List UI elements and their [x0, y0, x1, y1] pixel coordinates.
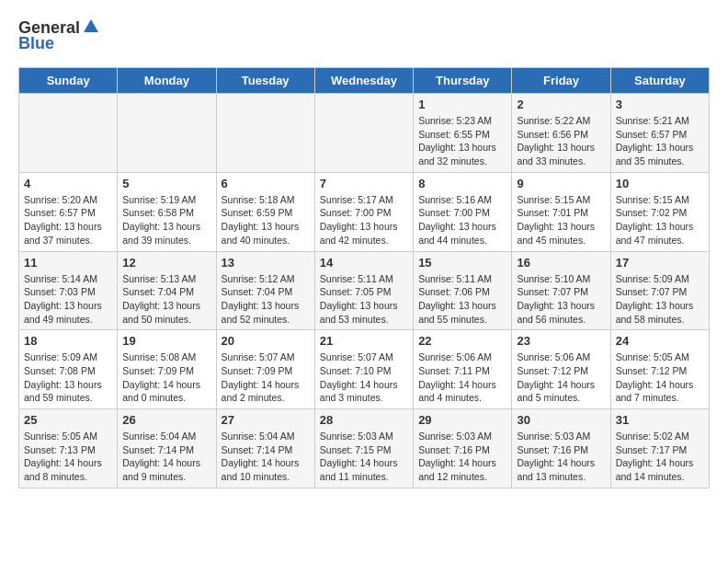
calendar-cell: 10Sunrise: 5:15 AMSunset: 7:02 PMDayligh…: [610, 172, 709, 251]
svg-marker-0: [84, 19, 98, 32]
day-info: Sunrise: 5:05 AMSunset: 7:13 PMDaylight:…: [24, 430, 112, 484]
day-number: 18: [24, 334, 112, 348]
calendar-cell: 2Sunrise: 5:22 AMSunset: 6:56 PMDaylight…: [512, 94, 610, 173]
day-number: 25: [24, 413, 112, 427]
day-number: 17: [616, 256, 704, 270]
calendar-cell: 9Sunrise: 5:15 AMSunset: 7:01 PMDaylight…: [512, 172, 610, 251]
day-info: Sunrise: 5:13 AMSunset: 7:04 PMDaylight:…: [122, 272, 210, 327]
day-number: 29: [418, 413, 506, 427]
calendar-cell: 11Sunrise: 5:14 AMSunset: 7:03 PMDayligh…: [19, 251, 118, 330]
day-number: 5: [122, 177, 210, 190]
day-info: Sunrise: 5:04 AMSunset: 7:14 PMDaylight:…: [122, 430, 210, 484]
day-info: Sunrise: 5:17 AMSunset: 7:00 PMDaylight:…: [320, 193, 408, 247]
day-info: Sunrise: 5:07 AMSunset: 7:10 PMDaylight:…: [320, 350, 408, 405]
day-number: 22: [418, 334, 506, 348]
day-number: 16: [517, 256, 605, 270]
day-number: 19: [122, 334, 210, 348]
calendar-table: SundayMondayTuesdayWednesdayThursdayFrid…: [18, 67, 710, 488]
day-info: Sunrise: 5:11 AMSunset: 7:05 PMDaylight:…: [320, 272, 408, 327]
weekday-friday: Friday: [512, 68, 610, 94]
day-info: Sunrise: 5:11 AMSunset: 7:06 PMDaylight:…: [418, 272, 506, 327]
day-number: 26: [122, 413, 210, 427]
day-number: 15: [418, 256, 506, 270]
weekday-thursday: Thursday: [414, 68, 512, 94]
day-info: Sunrise: 5:18 AMSunset: 6:59 PMDaylight:…: [222, 193, 310, 247]
calendar-cell: 27Sunrise: 5:04 AMSunset: 7:14 PMDayligh…: [216, 409, 314, 488]
calendar-cell: 28Sunrise: 5:03 AMSunset: 7:15 PMDayligh…: [314, 409, 413, 488]
day-info: Sunrise: 5:03 AMSunset: 7:16 PMDaylight:…: [517, 430, 605, 484]
day-number: 20: [222, 334, 310, 348]
day-info: Sunrise: 5:03 AMSunset: 7:15 PMDaylight:…: [320, 430, 408, 484]
calendar-cell: [314, 94, 413, 173]
day-number: 3: [616, 98, 704, 111]
calendar-cell: 23Sunrise: 5:06 AMSunset: 7:12 PMDayligh…: [512, 330, 610, 409]
day-number: 21: [320, 334, 408, 348]
day-number: 1: [418, 98, 506, 111]
day-number: 9: [517, 177, 605, 190]
logo: General Blue: [18, 18, 100, 53]
day-info: Sunrise: 5:14 AMSunset: 7:03 PMDaylight:…: [24, 272, 112, 327]
day-info: Sunrise: 5:08 AMSunset: 7:09 PMDaylight:…: [122, 350, 210, 405]
calendar-cell: 22Sunrise: 5:06 AMSunset: 7:11 PMDayligh…: [414, 330, 512, 409]
calendar-cell: 5Sunrise: 5:19 AMSunset: 6:58 PMDaylight…: [118, 172, 216, 251]
calendar-cell: 21Sunrise: 5:07 AMSunset: 7:10 PMDayligh…: [314, 330, 413, 409]
day-number: 4: [24, 177, 112, 190]
day-info: Sunrise: 5:15 AMSunset: 7:01 PMDaylight:…: [517, 193, 605, 247]
day-info: Sunrise: 5:15 AMSunset: 7:02 PMDaylight:…: [616, 193, 704, 247]
day-number: 28: [320, 413, 408, 427]
calendar-cell: 3Sunrise: 5:21 AMSunset: 6:57 PMDaylight…: [610, 94, 709, 173]
day-number: 13: [222, 256, 310, 270]
day-info: Sunrise: 5:02 AMSunset: 7:17 PMDaylight:…: [616, 430, 704, 484]
calendar-cell: [216, 94, 314, 173]
day-number: 24: [616, 334, 704, 348]
calendar-cell: 20Sunrise: 5:07 AMSunset: 7:09 PMDayligh…: [216, 330, 314, 409]
day-number: 6: [222, 177, 310, 190]
calendar-cell: 30Sunrise: 5:03 AMSunset: 7:16 PMDayligh…: [512, 409, 610, 488]
day-number: 27: [222, 413, 310, 427]
calendar-cell: 16Sunrise: 5:10 AMSunset: 7:07 PMDayligh…: [512, 251, 610, 330]
logo-blue: Blue: [18, 34, 54, 53]
day-info: Sunrise: 5:20 AMSunset: 6:57 PMDaylight:…: [24, 193, 112, 247]
calendar-cell: 1Sunrise: 5:23 AMSunset: 6:55 PMDaylight…: [414, 94, 512, 173]
calendar-cell: 6Sunrise: 5:18 AMSunset: 6:59 PMDaylight…: [216, 172, 314, 251]
calendar-header: SundayMondayTuesdayWednesdayThursdayFrid…: [19, 68, 710, 94]
day-info: Sunrise: 5:04 AMSunset: 7:14 PMDaylight:…: [222, 430, 310, 484]
weekday-saturday: Saturday: [610, 68, 709, 94]
day-number: 23: [517, 334, 605, 348]
day-number: 2: [517, 98, 605, 111]
calendar-cell: 25Sunrise: 5:05 AMSunset: 7:13 PMDayligh…: [19, 409, 118, 488]
calendar-cell: [19, 94, 118, 173]
calendar-cell: 13Sunrise: 5:12 AMSunset: 7:04 PMDayligh…: [216, 251, 314, 330]
day-number: 14: [320, 256, 408, 270]
day-info: Sunrise: 5:09 AMSunset: 7:07 PMDaylight:…: [616, 272, 704, 327]
day-info: Sunrise: 5:06 AMSunset: 7:11 PMDaylight:…: [418, 350, 506, 405]
calendar-cell: 12Sunrise: 5:13 AMSunset: 7:04 PMDayligh…: [118, 251, 216, 330]
day-info: Sunrise: 5:22 AMSunset: 6:56 PMDaylight:…: [517, 114, 605, 168]
calendar-week-4: 18Sunrise: 5:09 AMSunset: 7:08 PMDayligh…: [19, 330, 710, 409]
day-info: Sunrise: 5:19 AMSunset: 6:58 PMDaylight:…: [122, 193, 210, 247]
calendar-cell: 31Sunrise: 5:02 AMSunset: 7:17 PMDayligh…: [610, 409, 709, 488]
calendar-week-3: 11Sunrise: 5:14 AMSunset: 7:03 PMDayligh…: [19, 251, 710, 330]
logo-arrow-icon: [82, 17, 100, 36]
calendar-body: 1Sunrise: 5:23 AMSunset: 6:55 PMDaylight…: [19, 94, 710, 488]
day-number: 11: [24, 256, 112, 270]
day-number: 8: [418, 177, 506, 190]
day-number: 31: [616, 413, 704, 427]
calendar-week-2: 4Sunrise: 5:20 AMSunset: 6:57 PMDaylight…: [19, 172, 710, 251]
day-info: Sunrise: 5:12 AMSunset: 7:04 PMDaylight:…: [222, 272, 310, 327]
day-info: Sunrise: 5:10 AMSunset: 7:07 PMDaylight:…: [517, 272, 605, 327]
calendar-week-5: 25Sunrise: 5:05 AMSunset: 7:13 PMDayligh…: [19, 409, 710, 488]
calendar-cell: 15Sunrise: 5:11 AMSunset: 7:06 PMDayligh…: [414, 251, 512, 330]
calendar-week-1: 1Sunrise: 5:23 AMSunset: 6:55 PMDaylight…: [19, 94, 710, 173]
calendar-cell: [118, 94, 216, 173]
page-header: General Blue: [18, 18, 710, 53]
day-info: Sunrise: 5:09 AMSunset: 7:08 PMDaylight:…: [24, 350, 112, 405]
day-info: Sunrise: 5:03 AMSunset: 7:16 PMDaylight:…: [418, 430, 506, 484]
calendar-cell: 14Sunrise: 5:11 AMSunset: 7:05 PMDayligh…: [314, 251, 413, 330]
day-info: Sunrise: 5:16 AMSunset: 7:00 PMDaylight:…: [418, 193, 506, 247]
weekday-wednesday: Wednesday: [314, 68, 413, 94]
day-number: 30: [517, 413, 605, 427]
calendar-cell: 26Sunrise: 5:04 AMSunset: 7:14 PMDayligh…: [118, 409, 216, 488]
day-info: Sunrise: 5:21 AMSunset: 6:57 PMDaylight:…: [616, 114, 704, 168]
calendar-cell: 19Sunrise: 5:08 AMSunset: 7:09 PMDayligh…: [118, 330, 216, 409]
